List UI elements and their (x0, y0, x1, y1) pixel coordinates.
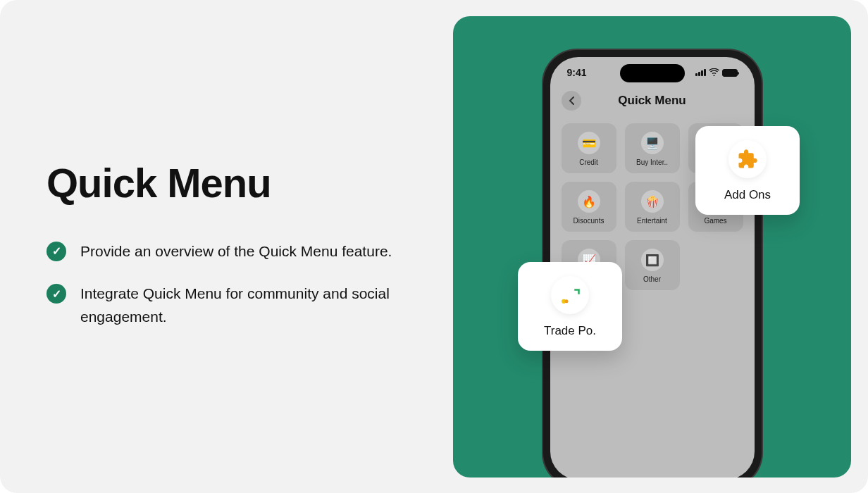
check-icon: ✓ (46, 242, 66, 261)
menu-item-credit[interactable]: 💳 Credit (562, 123, 616, 173)
status-icons (695, 68, 738, 78)
credit-icon: 💳 (578, 132, 600, 154)
signal-icon (695, 69, 706, 76)
battery-icon (722, 69, 738, 77)
menu-label: Games (704, 217, 726, 225)
right-panel: 9:41 Quick Menu (453, 16, 851, 478)
float-label: Trade Po. (544, 324, 596, 338)
wifi-icon (709, 68, 719, 78)
float-card-addons: Add Ons (695, 126, 800, 215)
status-time: 9:41 (567, 67, 587, 78)
screen-header: Quick Menu (550, 78, 755, 118)
dynamic-island (620, 64, 685, 82)
entertainment-icon: 🍿 (641, 190, 664, 213)
other-icon: 🔲 (641, 249, 664, 271)
float-label: Add Ons (724, 188, 771, 202)
screen-title: Quick Menu (618, 94, 686, 108)
menu-item-entertainment[interactable]: 🍿 Entertaint (625, 182, 680, 232)
left-panel: Quick Menu ✓ Provide an overview of the … (0, 0, 453, 493)
menu-item-other[interactable]: 🔲 Other (625, 240, 680, 290)
menu-item-discounts[interactable]: 🔥 Disocunts (562, 182, 616, 232)
bullet-text: Integrate Quick Menu for community and s… (80, 282, 411, 328)
internet-icon: 🖥️ (641, 132, 664, 154)
menu-label: Entertaint (637, 217, 667, 225)
slide-title: Quick Menu (46, 159, 411, 206)
menu-label: Credit (579, 158, 598, 166)
svg-point-1 (565, 299, 569, 303)
chevron-left-icon (569, 96, 574, 105)
discount-icon: 🔥 (578, 190, 600, 213)
menu-label: Disocunts (574, 217, 604, 225)
puzzle-icon (728, 140, 767, 178)
bullet-item: ✓ Provide an overview of the Quick Menu … (46, 240, 411, 263)
menu-label: Buy Inter.. (636, 158, 668, 166)
back-button[interactable] (562, 91, 581, 111)
chart-icon (551, 276, 589, 314)
slide: Quick Menu ✓ Provide an overview of the … (0, 0, 868, 493)
menu-label: Other (643, 275, 661, 283)
float-card-trade: Trade Po. (518, 262, 622, 351)
menu-item-internet[interactable]: 🖥️ Buy Inter.. (625, 123, 680, 173)
check-icon: ✓ (46, 284, 66, 304)
bullet-item: ✓ Integrate Quick Menu for community and… (46, 282, 411, 328)
bullet-text: Provide an overview of the Quick Menu fe… (80, 240, 392, 263)
